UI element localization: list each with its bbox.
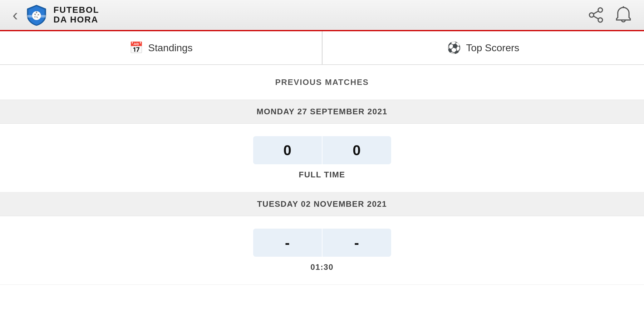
logo-text: FUTEBOL DA HORA	[53, 5, 99, 25]
header-right	[588, 6, 632, 24]
match-status-2: 01:30	[311, 262, 334, 272]
bell-icon[interactable]	[615, 6, 632, 24]
tabs-nav: 📅 Standings ⚽ Top Scorers	[0, 31, 644, 65]
main-content: PREVIOUS MATCHES MONDAY 27 SEPTEMBER 202…	[0, 65, 644, 285]
app-header: ‹ FUTEBOL DA HORA	[0, 0, 644, 31]
svg-point-3	[598, 8, 602, 12]
standings-icon: 📅	[129, 41, 143, 54]
tab-standings[interactable]: 📅 Standings	[0, 31, 322, 64]
share-icon[interactable]	[588, 7, 604, 23]
score-away-2: -	[322, 229, 391, 257]
match-row-2[interactable]: - - 01:30	[0, 216, 644, 285]
match-status-1: FULL TIME	[299, 170, 345, 180]
match-row-1[interactable]: 0 0 FULL TIME	[0, 124, 644, 192]
tab-standings-label: Standings	[148, 42, 193, 54]
score-home-1: 0	[253, 136, 322, 164]
logo-dahora: DA HORA	[53, 15, 99, 25]
tab-top-scorers[interactable]: ⚽ Top Scorers	[322, 31, 644, 64]
header-left: ‹ FUTEBOL DA HORA	[12, 4, 99, 26]
score-away-1: 0	[322, 136, 391, 164]
score-home-2: -	[253, 229, 322, 257]
tab-top-scorers-label: Top Scorers	[466, 42, 519, 54]
svg-point-4	[589, 13, 594, 17]
svg-rect-2	[27, 15, 46, 17]
top-scorers-icon: ⚽	[447, 41, 461, 54]
logo-shield-icon	[25, 4, 48, 26]
svg-line-7	[594, 16, 598, 19]
logo: FUTEBOL DA HORA	[25, 4, 99, 26]
score-row-1: 0 0	[253, 136, 391, 164]
previous-matches-label: PREVIOUS MATCHES	[0, 65, 644, 100]
svg-line-6	[594, 11, 598, 14]
date-header-2: TUESDAY 02 NOVEMBER 2021	[0, 192, 644, 216]
date-header-1: MONDAY 27 SEPTEMBER 2021	[0, 100, 644, 124]
back-button[interactable]: ‹	[12, 7, 18, 23]
logo-futebol: FUTEBOL	[53, 5, 99, 15]
score-row-2: - -	[253, 229, 391, 257]
svg-point-5	[598, 18, 602, 22]
